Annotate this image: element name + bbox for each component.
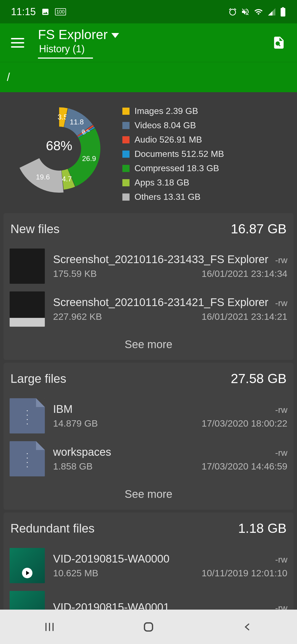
legend-item[interactable]: Videos 8.04 GB: [122, 120, 290, 130]
card-total: 16.87 GB: [231, 221, 287, 236]
file-size: 14.879 GB: [53, 418, 98, 429]
legend-label: Images 2.39 GB: [134, 106, 198, 116]
legend-label: Documents 512.52 MB: [134, 149, 224, 159]
mute-icon: [241, 7, 250, 16]
legend-item[interactable]: Images 2.39 GB: [122, 106, 290, 116]
wifi-icon: [254, 7, 263, 16]
title-dropdown[interactable]: FS Explorer: [38, 27, 272, 42]
storage-donut-chart[interactable]: 3.511.80.80.726.94.719.6 68%: [7, 102, 111, 193]
legend-label: Compressed 18.3 GB: [134, 163, 219, 173]
nav-home-button[interactable]: [107, 610, 190, 644]
file-size: 1.858 GB: [53, 461, 93, 472]
file-name: workspaces: [53, 446, 111, 458]
video-thumbnail: [10, 591, 45, 610]
file-name: IBM: [53, 403, 73, 415]
nav-recents-button[interactable]: [8, 610, 91, 644]
card-title: Large files: [10, 372, 66, 386]
breadcrumb-path: /: [7, 71, 10, 83]
video-thumbnail: [10, 548, 45, 583]
file-name: Screenshot_20210116-231433_FS Explorer: [53, 253, 268, 266]
legend-swatch: [122, 136, 130, 143]
large-files-card: Large files 27.58 GB ▪▪▪▪IBM-rw14.879 GB…: [4, 363, 293, 510]
see-more-button[interactable]: See more: [4, 331, 293, 360]
legend-swatch: [122, 179, 130, 186]
legend-label: Videos 8.04 GB: [134, 120, 196, 130]
svg-text:19.6: 19.6: [36, 173, 50, 181]
tab-history[interactable]: History (1): [38, 42, 93, 59]
legend-swatch: [122, 165, 130, 172]
legend-item[interactable]: Documents 512.52 MB: [122, 149, 290, 159]
file-row[interactable]: Screenshot_20210116-231433_FS Explorer-r…: [4, 245, 293, 288]
new-files-card: New files 16.87 GB Screenshot_20210116-2…: [4, 213, 293, 360]
status-bar: 11:15 100: [0, 0, 297, 23]
card-total: 27.58 GB: [231, 371, 287, 386]
file-permissions: -rw: [275, 405, 287, 415]
file-size: 227.962 KB: [53, 311, 102, 322]
file-size: 10.625 MB: [53, 568, 98, 578]
card-title: Redundant files: [10, 522, 95, 535]
file-permissions: -rw: [275, 555, 287, 565]
file-row[interactable]: ▪▪▪▪IBM-rw14.879 GB17/03/2020 18:00:22: [4, 394, 293, 437]
legend-swatch: [122, 122, 130, 129]
nav-bar: [0, 610, 297, 644]
file-size: 175.59 KB: [53, 268, 97, 279]
nav-back-button[interactable]: [206, 610, 289, 644]
see-more-button[interactable]: See more: [4, 480, 293, 510]
svg-text:11.8: 11.8: [70, 118, 84, 126]
menu-button[interactable]: [11, 36, 24, 49]
battery-icon: [280, 7, 286, 17]
file-row[interactable]: VID-20190815-WA0000-rw10.625 MB10/11/201…: [4, 544, 293, 587]
play-icon: [22, 568, 32, 578]
file-date: 16/01/2021 23:14:34: [202, 268, 287, 279]
redundant-files-card: Redundant files 1.18 GB VID-20190815-WA0…: [4, 512, 293, 610]
storage-overview: 3.511.80.80.726.94.719.6 68% Images 2.39…: [0, 92, 297, 210]
legend-item[interactable]: Audio 526.91 MB: [122, 135, 290, 145]
card-title: New files: [10, 222, 60, 236]
legend-swatch: [122, 151, 130, 158]
file-date: 16/01/2021 23:14:21: [202, 311, 287, 322]
app-bar: FS Explorer History (1): [0, 23, 297, 62]
donut-center-label: 68%: [46, 138, 72, 153]
image-icon: [41, 8, 50, 16]
image-thumbnail: [10, 249, 45, 284]
status-time: 11:15: [11, 6, 36, 18]
file-name: VID-20190815-WA0000: [53, 553, 169, 565]
file-row[interactable]: ▪▪▪▪workspaces-rw1.858 GB17/03/2020 14:4…: [4, 437, 293, 480]
file-permissions: -rw: [275, 255, 287, 265]
dropdown-icon: [111, 33, 119, 38]
file-permissions: -rw: [275, 298, 287, 308]
breadcrumb[interactable]: /: [0, 62, 297, 92]
signal-icon: [267, 7, 276, 16]
legend-label: Others 13.31 GB: [134, 192, 200, 202]
image-thumbnail: [10, 291, 45, 327]
archive-icon: ▪▪▪▪: [10, 441, 45, 476]
file-row[interactable]: Screenshot_20210116-231421_FS Explorer-r…: [4, 288, 293, 331]
file-date: 17/03/2020 14:46:59: [202, 461, 287, 472]
legend-label: Apps 3.18 GB: [134, 178, 189, 188]
legend-item[interactable]: Apps 3.18 GB: [122, 178, 290, 188]
legend-swatch: [122, 193, 130, 201]
archive-icon: ▪▪▪▪: [10, 398, 45, 433]
battery-100-icon: 100: [55, 8, 66, 15]
file-date: 10/11/2019 12:01:10: [202, 568, 287, 578]
app-title: FS Explorer: [38, 27, 108, 42]
legend-item[interactable]: Compressed 18.3 GB: [122, 163, 290, 173]
file-name: VID-20190815-WA0001: [53, 601, 169, 610]
file-date: 17/03/2020 18:00:22: [202, 418, 287, 429]
card-total: 1.18 GB: [238, 521, 287, 536]
svg-text:26.9: 26.9: [82, 154, 96, 163]
alarm-icon: [228, 7, 237, 16]
legend-swatch: [122, 108, 130, 115]
search-file-button[interactable]: [272, 36, 286, 50]
file-permissions: -rw: [275, 448, 287, 458]
content-scroll[interactable]: 3.511.80.80.726.94.719.6 68% Images 2.39…: [0, 92, 297, 610]
legend-item[interactable]: Others 13.31 GB: [122, 192, 290, 202]
file-permissions: -rw: [275, 603, 287, 610]
svg-text:4.7: 4.7: [62, 175, 72, 183]
svg-rect-11: [144, 623, 152, 631]
legend-label: Audio 526.91 MB: [134, 135, 202, 145]
storage-legend: Images 2.39 GBVideos 8.04 GBAudio 526.91…: [122, 102, 290, 202]
svg-point-0: [277, 42, 279, 45]
file-row[interactable]: VID-20190815-WA0001-rw: [4, 587, 293, 610]
file-name: Screenshot_20210116-231421_FS Explorer: [53, 296, 268, 309]
